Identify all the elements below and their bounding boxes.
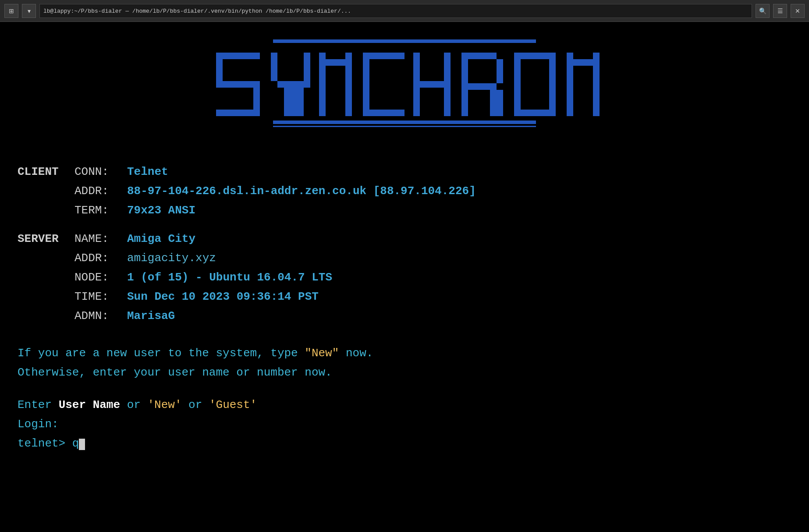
prompt-section: Enter User Name or 'New' or 'Guest' Logi…	[18, 395, 791, 454]
svg-rect-52	[363, 53, 404, 59]
server-name-row: SERVER NAME: Amiga City	[18, 229, 791, 248]
svg-rect-65	[549, 59, 556, 110]
server-name-value: Amiga City	[127, 229, 195, 248]
svg-rect-44	[271, 53, 277, 81]
client-term-row: TERM: 79x23 ANSI	[18, 201, 791, 220]
terminal-body: .px { fill: #2255bb; } .px2 { fill: #1a4…	[0, 22, 809, 532]
server-admn-value: MarisaG	[127, 306, 175, 326]
prompt-or-1: or	[120, 398, 147, 411]
server-time-row: TIME: Sun Dec 10 2023 09:36:14 PST	[18, 287, 791, 306]
svg-rect-54	[363, 110, 404, 116]
terminal-window: ⊞ ▾ lb@lappy:~/P/bbs-dialer — /home/lb/P…	[0, 0, 809, 532]
addr-value: 88-97-104-226.dsl.in-addr.zen.co.uk [88.…	[127, 181, 476, 201]
server-name-label: NAME:	[75, 229, 127, 248]
prompt-new: 'New'	[147, 398, 181, 411]
message-section: If you are a new user to the system, typ…	[18, 344, 791, 382]
term-label: TERM:	[75, 201, 127, 220]
enter-prompt-line: Enter User Name or 'New' or 'Guest'	[18, 395, 791, 415]
menu-button[interactable]: ☰	[773, 4, 787, 18]
login-prompt-line: Login:	[18, 415, 791, 434]
window-title: lb@lappy:~/P/bbs-dialer — /home/lb/P/bbs…	[39, 4, 752, 18]
prompt-guest: 'Guest'	[209, 398, 257, 411]
search-icon: 🔍	[759, 7, 766, 14]
svg-rect-71	[273, 121, 536, 124]
telnet-cursor-line[interactable]: telnet> q	[18, 434, 791, 453]
message-highlight-1: "New"	[305, 347, 339, 360]
client-addr-row: ADDR: 88-97-104-226.dsl.in-addr.zen.co.u…	[18, 181, 791, 201]
svg-rect-60	[497, 59, 503, 83]
message-suffix-1: now.	[339, 347, 373, 360]
svg-rect-46	[277, 81, 310, 88]
message-prefix-1: If you are a new user to the system, typ…	[18, 347, 305, 360]
term-value: 79x23 ANSI	[127, 201, 195, 220]
terminal-cursor	[79, 439, 85, 450]
svg-rect-50	[339, 59, 345, 66]
server-info: SERVER NAME: Amiga City ADDR: amigacity.…	[18, 229, 791, 326]
server-admn-label: ADMN:	[75, 306, 127, 326]
new-tab-button[interactable]: ⊞	[4, 4, 18, 18]
new-tab-icon: ⊞	[9, 7, 14, 14]
svg-rect-66	[514, 110, 556, 116]
dropdown-icon: ▾	[28, 7, 31, 14]
server-node-label: NODE:	[75, 268, 127, 287]
message-line-1: If you are a new user to the system, typ…	[18, 344, 791, 363]
server-time-label: TIME:	[75, 287, 127, 306]
svg-rect-55	[413, 53, 420, 116]
svg-rect-41	[216, 81, 260, 88]
svg-rect-69	[586, 59, 593, 66]
svg-rect-40	[216, 59, 223, 81]
svg-rect-42	[253, 88, 260, 110]
server-addr-row: ADDR: amigacity.xyz	[18, 248, 791, 268]
addr-label: ADDR:	[75, 181, 127, 201]
client-conn-row: CLIENT CONN: Telnet	[18, 162, 791, 181]
svg-rect-70	[593, 53, 600, 116]
server-label: SERVER	[18, 229, 75, 248]
telnet-prompt-prefix: telnet>	[18, 437, 72, 450]
svg-rect-47	[284, 88, 304, 116]
server-node-value: 1 (of 15) - Ubuntu 16.04.7 LTS	[127, 268, 332, 287]
prompt-enter-prefix: Enter	[18, 398, 59, 411]
message-line-2: Otherwise, enter your user name or numbe…	[18, 363, 791, 382]
svg-rect-45	[304, 53, 310, 81]
logo-container: .px { fill: #2255bb; } .px2 { fill: #1a4…	[18, 35, 791, 149]
conn-label: CONN:	[75, 162, 127, 181]
svg-rect-56	[420, 81, 444, 88]
server-admn-row: ADMN: MarisaG	[18, 306, 791, 326]
svg-rect-39	[216, 53, 260, 59]
synchronet-logo: .px { fill: #2255bb; } .px2 { fill: #1a4…	[194, 35, 615, 149]
conn-value: Telnet	[127, 162, 168, 181]
svg-rect-64	[514, 59, 521, 110]
svg-rect-38	[273, 39, 536, 43]
svg-rect-43	[216, 110, 260, 116]
server-node-row: NODE: 1 (of 15) - Ubuntu 16.04.7 LTS	[18, 268, 791, 287]
prompt-or-2: or	[182, 398, 209, 411]
svg-rect-59	[468, 53, 497, 59]
svg-rect-61	[468, 83, 497, 90]
client-info: CLIENT CONN: Telnet ADDR: 88-97-104-226.…	[18, 162, 791, 220]
svg-rect-72	[273, 126, 536, 127]
prompt-username-bold: User Name	[59, 398, 120, 411]
svg-rect-62	[490, 90, 503, 116]
server-addr-label: ADDR:	[75, 248, 127, 268]
svg-rect-58	[461, 53, 468, 116]
svg-rect-63	[514, 53, 556, 59]
title-bar: ⊞ ▾ lb@lappy:~/P/bbs-dialer — /home/lb/P…	[0, 0, 809, 22]
search-button[interactable]: 🔍	[756, 4, 770, 18]
svg-rect-67	[567, 53, 573, 116]
menu-icon: ☰	[777, 7, 783, 14]
svg-rect-48	[319, 53, 326, 116]
svg-rect-57	[444, 53, 451, 116]
server-time-value: Sun Dec 10 2023 09:36:14 PST	[127, 287, 319, 306]
server-addr-value: amigacity.xyz	[127, 248, 216, 268]
close-icon: ✕	[795, 7, 800, 14]
dropdown-button[interactable]: ▾	[22, 4, 36, 18]
client-label: CLIENT	[18, 162, 75, 181]
svg-rect-53	[363, 59, 369, 110]
cursor-char: q	[72, 437, 79, 450]
svg-rect-51	[345, 53, 352, 116]
close-button[interactable]: ✕	[791, 4, 805, 18]
